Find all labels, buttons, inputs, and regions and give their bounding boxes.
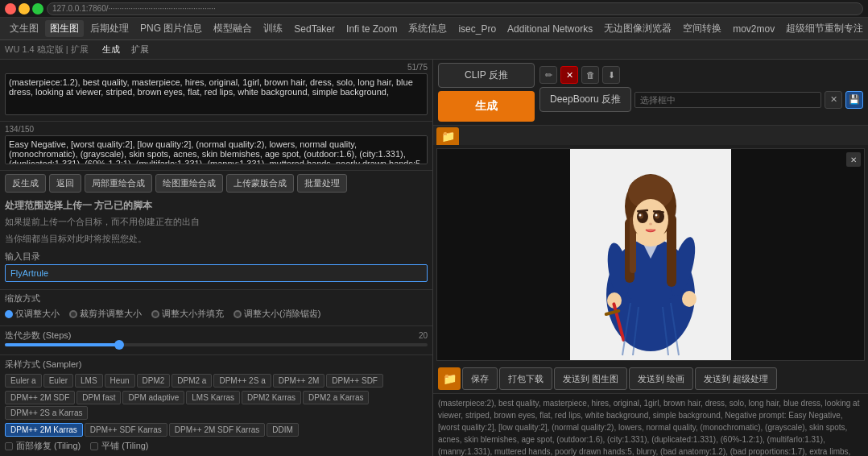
maximize-button[interactable] [32, 3, 43, 15]
sampler-ddim[interactable]: DDIM [267, 423, 299, 437]
sampler-dpmsdfkarras[interactable]: DPM++ SDF Karras [85, 423, 167, 437]
sampler-dpm2sa[interactable]: DPM++ 2S a [213, 374, 271, 388]
image-tab-folder[interactable]: 📁 [436, 127, 459, 145]
tab-inpaint-compose[interactable]: 局部重绘合成 [85, 174, 152, 193]
folder-button[interactable]: 📁 [438, 367, 461, 390]
send-to-inpaint-button[interactable]: 发送到 绘画 [629, 367, 693, 390]
sampler-dpm2mkarras[interactable]: DPM++ 2M Karras [5, 423, 83, 437]
sampler-dpm2msdfkarras[interactable]: DPM++ 2M SDF Karras [169, 423, 266, 437]
save-button[interactable]: 保存 [462, 367, 498, 390]
tab-return[interactable]: 返回 [49, 174, 81, 193]
sampler-dpm2[interactable]: DPM2 [137, 374, 171, 388]
edit-icon[interactable]: ✏ [539, 66, 557, 84]
sampler-heun[interactable]: Heun [105, 374, 135, 388]
input-dir-row: 输入目录 [5, 251, 428, 282]
nav-addnets[interactable]: Additional Networks [502, 22, 597, 36]
nav-infinite-zoom[interactable]: Infi te Zoom [341, 22, 402, 36]
nav-model-merge[interactable]: 模型融合 [209, 20, 257, 37]
sampler-dpmadaptive[interactable]: DPM adaptive [122, 391, 184, 404]
steps-slider-thumb [114, 340, 124, 350]
sub-nav-generate[interactable]: 生成 [98, 43, 124, 56]
sampler-dpm2msdf[interactable]: DPM++ 2M SDF [5, 391, 75, 404]
sampler-lmskarras[interactable]: LMS Karras [186, 391, 240, 404]
sampler-euler-a[interactable]: Euler a [5, 374, 42, 388]
trash-icon[interactable]: 🗑 [581, 66, 599, 84]
nav-superdetail[interactable]: 超级细节重制专注 [781, 20, 868, 37]
browser-controls [5, 3, 43, 15]
neg-token-count: 134/150 [5, 125, 34, 134]
version-label: WU 1.4 稳定版 | 扩展 [5, 44, 89, 56]
tab-regress[interactable]: 反生成 [5, 174, 46, 193]
nav-sedtaker[interactable]: SedTaker [289, 22, 340, 36]
down-icon[interactable]: ⬇ [602, 66, 620, 84]
icon-row: ✏ ✕ 🗑 ⬇ [539, 66, 863, 84]
nav-isec[interactable]: isec_Pro [453, 22, 501, 36]
send-to-img2img-button[interactable]: 发送到 图生图 [554, 367, 627, 390]
nav-space[interactable]: 空间转换 [678, 20, 726, 37]
nav-browser[interactable]: 无边图像浏览器 [599, 20, 676, 37]
generate-button[interactable]: 生成 [438, 91, 535, 122]
style-input[interactable] [634, 92, 821, 108]
save-style-icon[interactable]: 💾 [845, 91, 863, 109]
resize-option-4[interactable]: 调整大小(消除锯齿) [234, 308, 320, 320]
sampler-dpm2akarras[interactable]: DPM2 a Karras [303, 391, 369, 404]
close-button[interactable] [5, 3, 16, 15]
close-icon[interactable]: ✕ [560, 66, 578, 84]
sampler-buttons-row2: DPM++ 2M SDF DPM fast DPM adaptive LMS K… [5, 391, 428, 420]
sampler-dpm2m[interactable]: DPM++ 2M [273, 374, 325, 388]
input-dir-field[interactable] [5, 264, 428, 282]
nav-txt2img[interactable]: 文生图 [5, 20, 43, 37]
send-to-extras-button[interactable]: 发送到 超级处理 [695, 367, 777, 390]
steps-section: 迭代步数 (Steps) 20 [0, 325, 432, 354]
apply-style-icon[interactable]: ✕ [825, 91, 842, 109]
nav-mov2mov[interactable]: mov2mov [728, 22, 779, 36]
sampler-euler[interactable]: Euler [43, 374, 73, 388]
right-top-row: CLIP 反推 生成 ✏ ✕ 🗑 ⬇ DeepBooru 反推 ✕ 💾 [438, 63, 863, 122]
resize-option-2[interactable]: 裁剪并调整大小 [69, 308, 142, 320]
resize-radio-3 [151, 310, 159, 318]
minimize-button[interactable] [19, 3, 30, 15]
image-container: ✕ [436, 148, 865, 361]
sampler-dpm2a[interactable]: DPM2 a [172, 374, 212, 388]
svg-point-24 [649, 223, 652, 226]
input-dir-label: 输入目录 [5, 251, 428, 263]
positive-prompt-input[interactable]: (masterpiece:1.2), best quality, masterp… [5, 73, 428, 115]
resize-option-1[interactable]: 仅调整大小 [5, 308, 60, 320]
tab-batch[interactable]: 批量处理 [297, 174, 347, 193]
nav-train[interactable]: 训练 [258, 20, 287, 37]
clip-button[interactable]: CLIP 反推 [438, 63, 535, 88]
resize-section: 缩放方式 仅调整大小 裁剪并调整大小 调整大小并填充 调整大小(消除锯齿) [0, 289, 432, 325]
nav-sysinfo[interactable]: 系统信息 [403, 20, 452, 37]
resize-option-3[interactable]: 调整大小并填充 [151, 308, 224, 320]
restore-faces-checkbox[interactable]: 面部修复 (Tiling) [5, 440, 81, 452]
sampler-lms[interactable]: LMS [75, 374, 103, 388]
deepbooru-button[interactable]: DeepBooru 反推 [539, 87, 631, 112]
steps-slider-bar[interactable] [5, 343, 428, 346]
steps-slider-fill [5, 343, 119, 346]
sampler-dpm2sakarras[interactable]: DPM++ 2S a Karras [5, 406, 88, 420]
tab-upload-mask[interactable]: 上传蒙版合成 [226, 174, 294, 193]
image-close-icon[interactable]: ✕ [846, 152, 861, 167]
sampler-buttons-row3: DPM++ 2M Karras DPM++ SDF Karras DPM++ 2… [5, 423, 428, 437]
script-desc1: 如果提前上传一个合目标，而不用创建正在的出自 [5, 216, 428, 228]
sampler-buttons-row1: Euler a Euler LMS Heun DPM2 DPM2 a DPM++… [5, 374, 428, 388]
restore-faces-box [5, 442, 13, 450]
image-area: 📁 [433, 126, 868, 456]
left-panel: 51/75 (masterpiece:1.2), best quality, m… [0, 60, 433, 456]
right-action-buttons: CLIP 反推 生成 [438, 63, 535, 122]
nav-img2img[interactable]: 图生图 [45, 20, 84, 37]
negative-prompt-section: 134/150 Easy Negative, [worst quality:2]… [0, 122, 432, 171]
resize-label: 缩放方式 [5, 292, 428, 305]
nav-png-info[interactable]: PNG 图片信息 [135, 20, 207, 37]
sampler-dpmsdf[interactable]: DPM++ SDF [326, 374, 383, 388]
url-bar[interactable] [47, 2, 863, 15]
tab-draw-compose[interactable]: 绘图重绘合成 [155, 174, 223, 193]
nav-postprocess[interactable]: 后期处理 [85, 20, 134, 37]
steps-label-row: 迭代步数 (Steps) 20 [5, 330, 428, 342]
sampler-dpm2karras[interactable]: DPM2 Karras [242, 391, 301, 404]
sub-nav-extend[interactable]: 扩展 [127, 43, 153, 56]
negative-prompt-input[interactable]: Easy Negative, [worst quality:2], [low q… [5, 135, 428, 164]
tiling-checkbox[interactable]: 平铺 (Tiling) [90, 440, 148, 452]
zip-button[interactable]: 打包下载 [499, 367, 552, 390]
sampler-dpmfast[interactable]: DPM fast [76, 391, 121, 404]
